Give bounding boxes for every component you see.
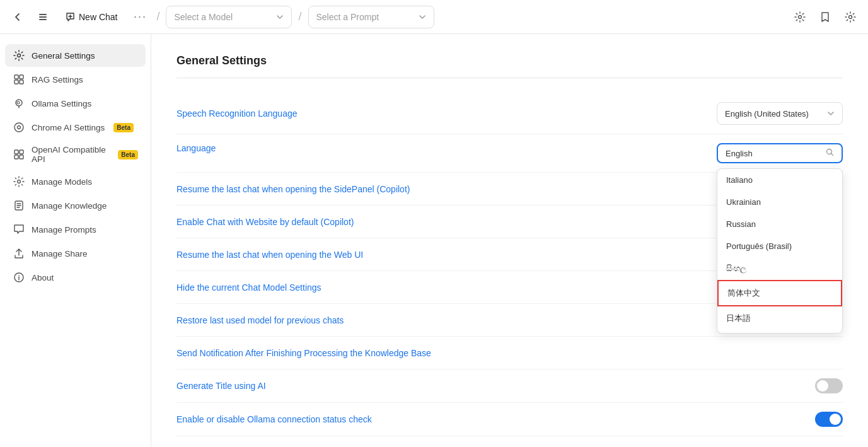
sidebar-item-manage-share[interactable]: Manage Share bbox=[5, 242, 146, 265]
lang-option-persian[interactable]: فارسی bbox=[717, 330, 842, 333]
openai-api-badge: Beta bbox=[118, 150, 138, 160]
sidebar-toggle-button[interactable] bbox=[33, 7, 53, 27]
lang-option-simplified-chinese-row: → 简体中文 bbox=[717, 280, 842, 306]
sidebar-label-manage-knowledge: Manage Knowledge bbox=[32, 201, 107, 211]
lang-option-sinhala[interactable]: සිංහල bbox=[717, 257, 842, 280]
svg-rect-9 bbox=[20, 80, 23, 84]
language-search-value: English bbox=[726, 149, 753, 158]
language-options-list: Italiano Ukrainian Russian Português (Br… bbox=[717, 169, 842, 333]
generate-title-slider bbox=[815, 378, 843, 393]
chrome-ai-settings-icon bbox=[13, 121, 25, 134]
more-button[interactable]: ··· bbox=[130, 7, 150, 27]
new-chat-label: New Chat bbox=[79, 12, 117, 22]
sidebar-label-general-settings: General Settings bbox=[32, 51, 95, 61]
language-dropdown: Italiano Ukrainian Russian Português (Br… bbox=[717, 168, 843, 334]
setting-label-send-notification[interactable]: Send Notification After Finishing Proces… bbox=[176, 348, 431, 358]
setting-label-speech: Speech Recognition Language bbox=[176, 108, 298, 119]
manage-share-icon bbox=[13, 247, 25, 260]
lang-option-ukrainian[interactable]: Ukrainian bbox=[717, 191, 842, 213]
sidebar-item-chrome-ai-settings[interactable]: Chrome AI Settings Beta bbox=[5, 116, 146, 139]
svg-rect-15 bbox=[14, 155, 18, 159]
sidebar-label-manage-models: Manage Models bbox=[32, 177, 92, 187]
about-icon bbox=[13, 271, 25, 284]
sidebar-label-about: About bbox=[32, 273, 54, 282]
setting-label-generate-title[interactable]: Generate Title using AI bbox=[176, 381, 266, 391]
sidebar-item-manage-knowledge[interactable]: Manage Knowledge bbox=[5, 194, 146, 217]
topbar: New Chat ··· / Select a Model / Select a… bbox=[0, 0, 868, 34]
gear-icon-button[interactable] bbox=[790, 7, 810, 27]
lang-option-portuguese[interactable]: Português (Brasil) bbox=[717, 235, 842, 257]
new-chat-button[interactable]: New Chat bbox=[58, 8, 125, 26]
setting-label-restore-last-model[interactable]: Restore last used model for previous cha… bbox=[176, 315, 344, 325]
sidebar-item-openai-api[interactable]: OpenAI Compatible API Beta bbox=[5, 140, 146, 169]
prompt-select-placeholder: Select a Prompt bbox=[316, 12, 379, 22]
sidebar-item-rag-settings[interactable]: RAG Settings bbox=[5, 68, 146, 91]
generate-title-toggle[interactable] bbox=[815, 378, 843, 393]
setting-generate-title: Generate Title using AI bbox=[176, 369, 843, 403]
setting-label-ollama-connection[interactable]: Enable or disable Ollama connection stat… bbox=[176, 414, 372, 424]
svg-point-5 bbox=[18, 54, 21, 57]
general-settings-icon bbox=[13, 49, 25, 62]
svg-point-20 bbox=[18, 275, 20, 276]
ollama-settings-icon bbox=[13, 97, 25, 110]
sidebar-item-manage-models[interactable]: Manage Models bbox=[5, 170, 146, 193]
settings-icon-button[interactable] bbox=[840, 7, 860, 27]
language-search-icon bbox=[826, 148, 834, 158]
setting-label-language: Language bbox=[176, 143, 216, 153]
manage-prompts-icon bbox=[13, 223, 25, 236]
sidebar-item-about[interactable]: About bbox=[5, 266, 146, 289]
setting-ollama-connection: Enable or disable Ollama connection stat… bbox=[176, 403, 843, 436]
sidebar-label-rag-settings: RAG Settings bbox=[32, 75, 83, 84]
svg-point-12 bbox=[14, 123, 23, 132]
language-select-trigger[interactable]: English bbox=[717, 143, 843, 163]
separator-1: / bbox=[156, 10, 159, 23]
svg-point-4 bbox=[849, 15, 852, 18]
bookmark-icon-button[interactable] bbox=[815, 7, 835, 27]
setting-label-enable-chat-website[interactable]: Enable Chat with Website by default (Cop… bbox=[176, 217, 354, 227]
svg-rect-1 bbox=[39, 16, 47, 18]
lang-option-japanese[interactable]: 日本語 bbox=[717, 306, 842, 330]
back-button[interactable] bbox=[8, 7, 28, 27]
setting-change-theme: Change Theme bbox=[176, 436, 843, 447]
setting-send-notification: Send Notification After Finishing Proces… bbox=[176, 337, 843, 369]
sidebar: General Settings RAG Settings Ollama Set… bbox=[0, 34, 151, 447]
topbar-left: New Chat ··· / Select a Model / Select a… bbox=[8, 6, 434, 28]
main-content: General Settings Speech Recognition Lang… bbox=[151, 34, 868, 447]
sidebar-item-manage-prompts[interactable]: Manage Prompts bbox=[5, 218, 146, 241]
speech-language-value: English (United States) bbox=[725, 109, 809, 119]
lang-option-russian[interactable]: Russian bbox=[717, 213, 842, 235]
rag-settings-icon bbox=[13, 73, 25, 86]
topbar-right bbox=[790, 7, 860, 27]
svg-rect-2 bbox=[39, 19, 47, 20]
layout: General Settings RAG Settings Ollama Set… bbox=[0, 34, 868, 447]
model-select[interactable]: Select a Model bbox=[166, 6, 292, 28]
sidebar-label-chrome-ai-settings: Chrome AI Settings bbox=[32, 123, 105, 132]
section-divider bbox=[176, 78, 843, 78]
lang-option-simplified-chinese[interactable]: 简体中文 bbox=[717, 280, 842, 306]
setting-label-resume-sidepanel[interactable]: Resume the last chat when opening the Si… bbox=[176, 184, 410, 194]
sidebar-label-ollama-settings: Ollama Settings bbox=[32, 99, 91, 108]
lang-option-italiano[interactable]: Italiano bbox=[717, 169, 842, 191]
sidebar-label-manage-share: Manage Share bbox=[32, 249, 88, 258]
sidebar-label-manage-prompts: Manage Prompts bbox=[32, 225, 96, 235]
svg-point-21 bbox=[827, 149, 832, 154]
setting-label-hide-chat-model[interactable]: Hide the current Chat Model Settings bbox=[176, 282, 321, 293]
speech-language-select[interactable]: English (United States) bbox=[717, 102, 843, 125]
manage-models-icon bbox=[13, 175, 25, 188]
sidebar-item-ollama-settings[interactable]: Ollama Settings bbox=[5, 92, 146, 115]
ollama-connection-toggle[interactable] bbox=[815, 412, 843, 427]
setting-label-resume-web-ui[interactable]: Resume the last chat when opening the We… bbox=[176, 250, 363, 260]
openai-api-icon bbox=[13, 148, 25, 161]
prompt-select[interactable]: Select a Prompt bbox=[308, 6, 434, 28]
sidebar-label-openai-api: OpenAI Compatible API bbox=[32, 145, 109, 164]
setting-language: Language English Italiano Ukrainian Russ… bbox=[176, 134, 843, 173]
page-title: General Settings bbox=[176, 54, 843, 67]
svg-rect-8 bbox=[14, 80, 18, 84]
svg-rect-6 bbox=[14, 75, 18, 79]
sidebar-item-general-settings[interactable]: General Settings bbox=[5, 44, 146, 67]
setting-speech-recognition: Speech Recognition Language English (Uni… bbox=[176, 93, 843, 134]
svg-rect-7 bbox=[20, 75, 23, 79]
chrome-ai-badge: Beta bbox=[113, 123, 134, 132]
svg-point-3 bbox=[799, 15, 802, 18]
ollama-connection-slider bbox=[815, 412, 843, 427]
